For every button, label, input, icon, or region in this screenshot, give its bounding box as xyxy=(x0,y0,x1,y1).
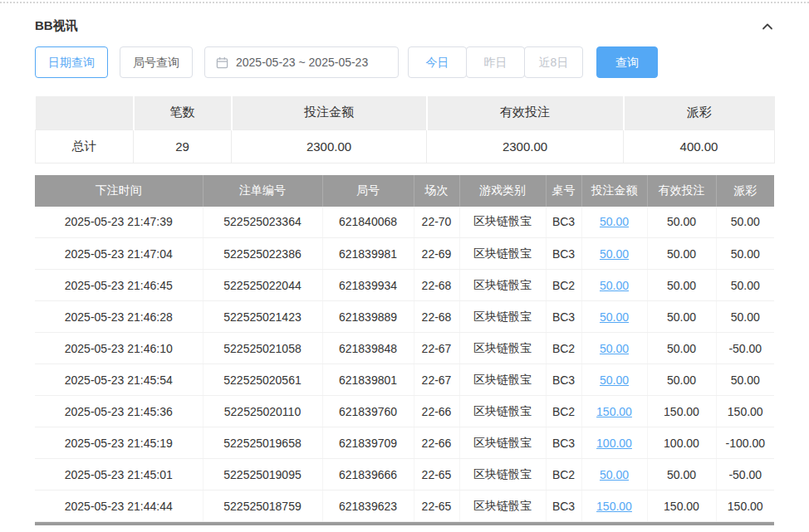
cell-session: 22-70 xyxy=(414,207,459,238)
header-valid-bet: 有效投注 xyxy=(647,175,716,207)
bet-amount-link[interactable]: 50.00 xyxy=(600,468,629,481)
cell-valid_bet: 50.00 xyxy=(647,270,716,301)
date-range-input[interactable]: 2025-05-23 ~ 2025-05-23 xyxy=(204,46,399,78)
cell-table_no: BC3 xyxy=(546,491,581,522)
cell-time: 2025-05-23 21:45:36 xyxy=(35,396,203,427)
cell-valid_bet: 50.00 xyxy=(647,207,716,238)
summary-header-bet-amount: 投注金额 xyxy=(232,96,427,129)
cell-round_no: 621839848 xyxy=(322,333,414,364)
table-row: 2025-05-23 21:46:10522525021058621839848… xyxy=(35,333,774,364)
cell-time: 2025-05-23 21:46:28 xyxy=(35,301,203,333)
bet-amount-link[interactable]: 100.00 xyxy=(596,437,632,450)
date-query-tab[interactable]: 日期查询 xyxy=(35,46,108,78)
round-query-tab[interactable]: 局号查询 xyxy=(120,46,193,78)
cell-payout: 50.00 xyxy=(716,301,774,333)
summary-table: 笔数 投注金额 有效投注 派彩 总计 29 2300.00 2300.00 40… xyxy=(35,96,775,164)
cell-round_no: 621839981 xyxy=(322,238,414,270)
today-button[interactable]: 今日 xyxy=(408,46,467,78)
cell-bet_amount: 50.00 xyxy=(581,333,647,364)
cell-order_no: 522525019095 xyxy=(203,459,322,491)
summary-header-count: 笔数 xyxy=(134,96,232,129)
cell-game_type: 区块链骰宝 xyxy=(459,270,546,301)
cell-bet_amount: 50.00 xyxy=(581,364,647,396)
cell-payout: 50.00 xyxy=(716,238,774,270)
cell-table_no: BC2 xyxy=(546,333,581,364)
cell-table_no: BC3 xyxy=(546,364,581,396)
table-row: 2025-05-23 21:47:04522525022386621839981… xyxy=(35,238,774,270)
cell-bet_amount: 150.00 xyxy=(581,491,647,522)
bet-records-panel: BB视讯 日期查询 局号查询 2025-05-23 ~ 2025-05-23 今… xyxy=(0,18,809,525)
header-table-no: 桌号 xyxy=(546,175,581,207)
collapse-button[interactable] xyxy=(761,20,774,33)
yesterday-button[interactable]: 昨日 xyxy=(466,46,525,78)
header-game-type: 游戏类别 xyxy=(459,175,546,207)
bet-table-body: 2025-05-23 21:47:39522525023364621840068… xyxy=(35,207,774,522)
cell-session: 22-66 xyxy=(414,396,459,427)
cell-session: 22-65 xyxy=(414,459,459,491)
section-header: BB视讯 xyxy=(35,18,774,34)
summary-bet-amount: 2300.00 xyxy=(232,129,427,163)
cell-table_no: BC3 xyxy=(546,427,581,459)
bet-amount-link[interactable]: 50.00 xyxy=(600,342,629,355)
cell-order_no: 522525022386 xyxy=(203,238,322,270)
bet-table-header-row: 下注时间 注单编号 局号 场次 游戏类别 桌号 投注金额 有效投注 派彩 xyxy=(35,175,774,207)
cell-session: 22-68 xyxy=(414,270,459,301)
cell-session: 22-68 xyxy=(414,301,459,333)
header-bet-amount: 投注金额 xyxy=(581,175,647,207)
table-row: 2025-05-23 21:45:36522525020110621839760… xyxy=(35,396,774,427)
date-range-value: 2025-05-23 ~ 2025-05-23 xyxy=(236,56,368,69)
bet-amount-link[interactable]: 150.00 xyxy=(596,405,632,418)
cell-payout: 150.00 xyxy=(716,396,774,427)
bet-amount-link[interactable]: 50.00 xyxy=(600,247,629,261)
search-button[interactable]: 查询 xyxy=(596,46,658,78)
cell-round_no: 621839889 xyxy=(322,301,414,333)
cell-round_no: 621839709 xyxy=(322,427,414,459)
cell-session: 22-69 xyxy=(414,238,459,270)
cell-payout: 50.00 xyxy=(716,207,774,238)
query-toolbar: 日期查询 局号查询 2025-05-23 ~ 2025-05-23 今日 昨日 … xyxy=(35,46,774,78)
cell-game_type: 区块链骰宝 xyxy=(459,396,546,427)
cell-order_no: 522525021058 xyxy=(203,333,322,364)
bet-amount-link[interactable]: 50.00 xyxy=(600,215,629,228)
cell-time: 2025-05-23 21:45:19 xyxy=(35,427,203,459)
cell-table_no: BC2 xyxy=(546,270,581,301)
cell-order_no: 522525018759 xyxy=(203,491,322,522)
cell-game_type: 区块链骰宝 xyxy=(459,364,546,396)
header-session: 场次 xyxy=(414,175,459,207)
last-8-days-button[interactable]: 近8日 xyxy=(524,46,583,78)
cell-game_type: 区块链骰宝 xyxy=(459,427,546,459)
bet-amount-link[interactable]: 50.00 xyxy=(600,310,629,324)
cell-table_no: BC3 xyxy=(546,301,581,333)
cell-valid_bet: 50.00 xyxy=(647,364,716,396)
bet-amount-link[interactable]: 50.00 xyxy=(600,279,629,292)
cell-valid_bet: 50.00 xyxy=(647,238,716,270)
cell-bet_amount: 50.00 xyxy=(581,207,647,238)
summary-total-label: 总计 xyxy=(36,129,134,163)
bet-amount-link[interactable]: 150.00 xyxy=(596,500,632,513)
header-payout: 派彩 xyxy=(716,175,774,207)
cell-session: 22-67 xyxy=(414,364,459,396)
cell-bet_amount: 50.00 xyxy=(581,301,647,333)
table-row: 2025-05-23 21:47:39522525023364621840068… xyxy=(35,207,774,238)
bet-amount-link[interactable]: 50.00 xyxy=(600,373,629,387)
cell-order_no: 522525023364 xyxy=(203,207,322,238)
cell-payout: 150.00 xyxy=(716,491,774,522)
cell-order_no: 522525019658 xyxy=(203,427,322,459)
cell-valid_bet: 50.00 xyxy=(647,301,716,333)
cell-valid_bet: 150.00 xyxy=(647,491,716,522)
cell-table_no: BC3 xyxy=(546,238,581,270)
cell-time: 2025-05-23 21:45:01 xyxy=(35,459,203,491)
cell-bet_amount: 100.00 xyxy=(581,427,647,459)
cell-session: 22-67 xyxy=(414,333,459,364)
table-row: 2025-05-23 21:45:54522525020561621839801… xyxy=(35,364,774,396)
summary-header-empty xyxy=(36,96,134,129)
cell-round_no: 621840068 xyxy=(322,207,414,238)
cell-table_no: BC3 xyxy=(546,207,581,238)
cell-table_no: BC2 xyxy=(546,459,581,491)
cell-order_no: 522525022044 xyxy=(203,270,322,301)
summary-count: 29 xyxy=(134,129,232,163)
cell-game_type: 区块链骰宝 xyxy=(459,333,546,364)
next-row-edge xyxy=(35,522,774,525)
summary-header-row: 笔数 投注金额 有效投注 派彩 xyxy=(36,96,775,129)
cell-session: 22-65 xyxy=(414,491,459,522)
